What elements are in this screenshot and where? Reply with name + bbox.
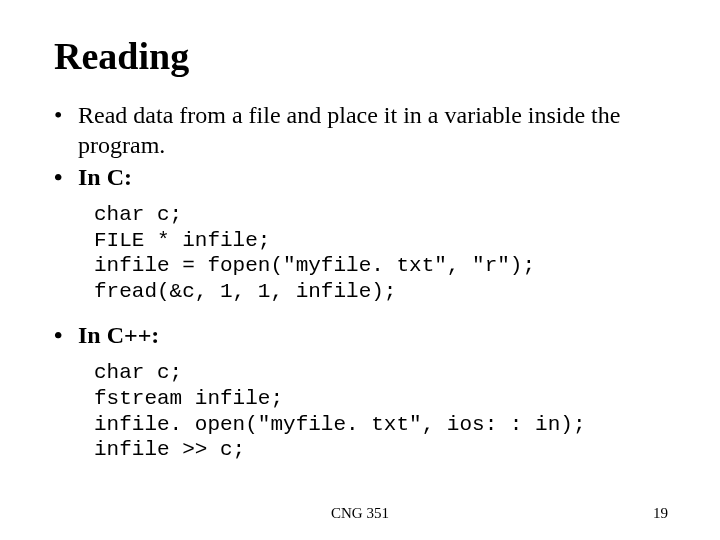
code-c: char c; FILE * infile; infile = fopen("m… bbox=[94, 202, 670, 304]
bullet-intro: Read data from a file and place it in a … bbox=[50, 100, 670, 160]
slide: Reading Read data from a file and place … bbox=[0, 0, 720, 540]
bullet-in-cpp: In C++: bbox=[50, 320, 670, 350]
footer-page-number: 19 bbox=[653, 505, 668, 522]
bullet-list-2: In C++: bbox=[50, 320, 670, 350]
code-cpp: char c; fstream infile; infile. open("my… bbox=[94, 360, 670, 462]
footer-course: CNG 351 bbox=[0, 505, 720, 522]
bullet-list: Read data from a file and place it in a … bbox=[50, 100, 670, 192]
page-title: Reading bbox=[54, 34, 670, 78]
bullet-in-c: In C: bbox=[50, 162, 670, 192]
